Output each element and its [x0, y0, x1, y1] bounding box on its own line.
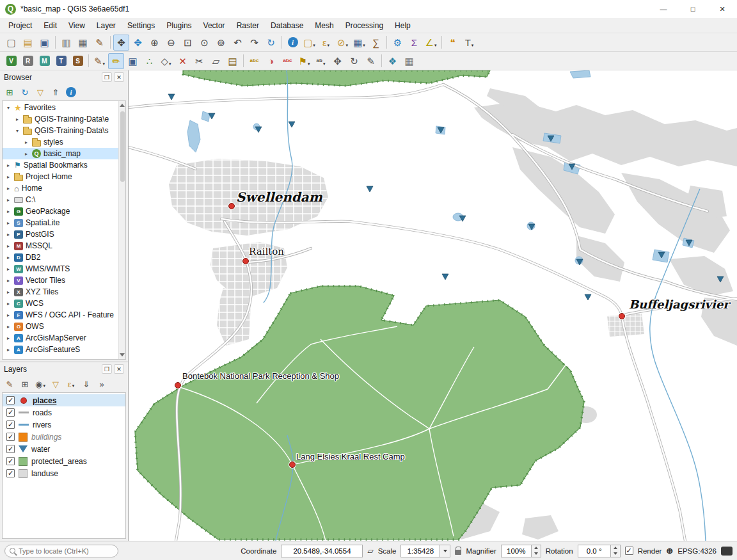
browser-item-favorites[interactable]: ▾★Favorites — [3, 102, 118, 113]
browser-item-db2[interactable]: ▸DDB2 — [3, 252, 118, 263]
expand-all-button[interactable]: ⇓ — [79, 377, 93, 391]
zoom-to-layer-button[interactable]: ⊚ — [213, 35, 229, 51]
browser-item-wcs[interactable]: ▸CWCS — [3, 298, 118, 309]
expander-icon[interactable]: ▸ — [23, 140, 29, 145]
add-group-button[interactable]: ⊞ — [18, 377, 32, 391]
render-checkbox[interactable]: ✓ — [625, 547, 633, 555]
menu-plugins[interactable]: Plugins — [161, 19, 197, 32]
expander-icon[interactable]: ▸ — [5, 209, 12, 214]
layer-labeling-options-button[interactable]: abc — [246, 53, 262, 69]
refresh-map-button[interactable]: ↻ — [263, 35, 279, 51]
add-point-feature-button[interactable]: ∴ — [141, 53, 157, 69]
spin-down-icon[interactable] — [611, 551, 620, 557]
menu-help[interactable]: Help — [389, 19, 416, 32]
expander-icon[interactable]: ▸ — [23, 151, 29, 157]
scroll-down-icon[interactable] — [120, 353, 125, 356]
layer-visibility-checkbox[interactable]: ✓ — [6, 408, 15, 417]
paste-features-button[interactable]: ▤ — [225, 53, 241, 69]
zoom-full-extent-button[interactable]: ⊡ — [180, 35, 196, 51]
browser-item-wfs-ogc-api-feature[interactable]: ▸FWFS / OGC API - Feature — [3, 309, 118, 321]
menu-vector[interactable]: Vector — [198, 19, 231, 32]
layer-visibility-checkbox[interactable]: ✓ — [6, 445, 15, 453]
magnifier-spinbox[interactable] — [501, 545, 541, 557]
save-project-button[interactable]: ▣ — [36, 35, 52, 51]
zoom-last-button[interactable]: ↶ — [230, 35, 246, 51]
add-delimited-text-layer-button[interactable]: T — [53, 53, 69, 69]
layer-item-water[interactable]: ✓water — [3, 443, 125, 455]
layers-float-button[interactable]: ❐ — [102, 364, 112, 374]
manage-map-themes-button[interactable]: ◉▾ — [33, 377, 47, 391]
scale-input[interactable] — [400, 545, 440, 557]
locate-box[interactable] — [4, 545, 118, 557]
layers-close-button[interactable]: ✕ — [114, 364, 124, 374]
show-hide-labels-button[interactable]: ab▾ — [313, 53, 329, 69]
scale-dropdown-icon[interactable] — [440, 545, 450, 557]
zoom-out-button[interactable]: ⊖ — [163, 35, 179, 51]
toggle-editing-button[interactable]: ✏ — [108, 53, 124, 69]
browser-item-home[interactable]: ▸⌂Home — [3, 182, 118, 194]
pan-to-selection-button[interactable]: ✥ — [130, 35, 146, 51]
browser-float-button[interactable]: ❐ — [102, 72, 112, 82]
layer-visibility-checkbox[interactable]: ✓ — [6, 396, 15, 404]
layer-item-roads[interactable]: ✓roads — [3, 406, 125, 419]
browser-item-qgis-training-data-s[interactable]: ▾QGIS-Training-Data\s — [3, 125, 118, 136]
layer-item-buildings[interactable]: ✓buildings — [3, 431, 125, 443]
style-manager-button[interactable]: ✎ — [91, 35, 107, 51]
layer-item-landuse[interactable]: ✓landuse — [3, 467, 125, 479]
layer-item-rivers[interactable]: ✓rivers — [3, 419, 125, 431]
highlight-pinned-labels-button[interactable]: abc — [280, 53, 296, 69]
spin-down-icon[interactable] — [532, 551, 541, 557]
layer-item-places[interactable]: ✓places — [3, 394, 125, 406]
field-calculator-button[interactable]: ∑ — [368, 35, 384, 51]
expander-icon[interactable]: ▸ — [5, 278, 12, 284]
zoom-next-button[interactable]: ↷ — [246, 35, 262, 51]
browser-item-styles[interactable]: ▸styles — [3, 136, 118, 148]
map-canvas[interactable]: SwellendamRailtonBuffeljagsrivierBontebo… — [128, 70, 737, 541]
scale-combo[interactable] — [400, 545, 450, 557]
menu-edit[interactable]: Edit — [38, 19, 63, 32]
browser-item-spatialite[interactable]: ▸SSpatiaLite — [3, 217, 118, 228]
browser-item-c[interactable]: ▸C:\ — [3, 194, 118, 205]
current-edits-button[interactable]: ✎▾ — [91, 53, 107, 69]
processing-toolbox-button[interactable]: ⚙ — [390, 35, 406, 51]
select-features-button[interactable]: ▢▾ — [301, 35, 317, 51]
scrollbar-thumb[interactable] — [120, 111, 125, 182]
expander-icon[interactable]: ▸ — [5, 197, 12, 203]
maximize-button[interactable]: □ — [678, 0, 708, 18]
expander-icon[interactable]: ▸ — [5, 266, 12, 272]
vertex-tool-button[interactable]: ◇▾ — [158, 53, 174, 69]
layer-diagram-options-button[interactable]: ◑ — [263, 53, 279, 69]
close-button[interactable]: ✕ — [708, 0, 737, 18]
browser-item-project-home[interactable]: ▸Project Home — [3, 171, 118, 182]
scroll-up-icon[interactable] — [120, 104, 125, 107]
grid-tool-button[interactable]: ▦ — [401, 53, 417, 69]
pan-map-button[interactable]: ✥ — [113, 35, 129, 51]
browser-item-postgis[interactable]: ▸PPostGIS — [3, 228, 118, 240]
browser-item-mssql[interactable]: ▸MMSSQL — [3, 240, 118, 252]
browser-item-geopackage[interactable]: ▸GGeoPackage — [3, 205, 118, 217]
browser-item-xyz-tiles[interactable]: ▸XXYZ Tiles — [3, 286, 118, 298]
more-tools-button[interactable]: » — [95, 377, 109, 391]
expander-icon[interactable]: ▾ — [14, 128, 20, 134]
expander-icon[interactable]: ▾ — [5, 105, 12, 111]
rotation-input[interactable] — [578, 545, 611, 557]
measure-line-button[interactable]: ∠▾ — [423, 35, 439, 51]
expander-icon[interactable]: ▸ — [5, 347, 12, 353]
browser-item-ows[interactable]: ▸OOWS — [3, 321, 118, 332]
magnifier-spinner[interactable] — [532, 545, 541, 557]
magnifier-lock-icon[interactable] — [455, 550, 461, 555]
browser-item-arcgismapserver[interactable]: ▸AArcGisMapServer — [3, 332, 118, 344]
move-label-button[interactable]: ✥ — [329, 53, 345, 69]
layer-visibility-checkbox[interactable]: ✓ — [6, 457, 15, 465]
spin-up-icon[interactable] — [611, 545, 620, 551]
metasearch-button[interactable]: ❖ — [384, 53, 400, 69]
expander-icon[interactable]: ▸ — [5, 174, 12, 180]
browser-item-wms-wmts[interactable]: ▸WWMS/WMTS — [3, 263, 118, 275]
layer-visibility-checkbox[interactable]: ✓ — [6, 433, 15, 441]
rotate-label-button[interactable]: ↻ — [346, 53, 362, 69]
add-mesh-layer-button[interactable]: M — [36, 53, 52, 69]
menu-settings[interactable]: Settings — [122, 19, 161, 32]
layer-visibility-checkbox[interactable]: ✓ — [6, 420, 15, 429]
browser-item-qgis-training-data-e[interactable]: ▸QGIS-Training-Data\e — [3, 113, 118, 125]
browser-item-basic-map[interactable]: ▸Qbasic_map — [3, 148, 118, 159]
